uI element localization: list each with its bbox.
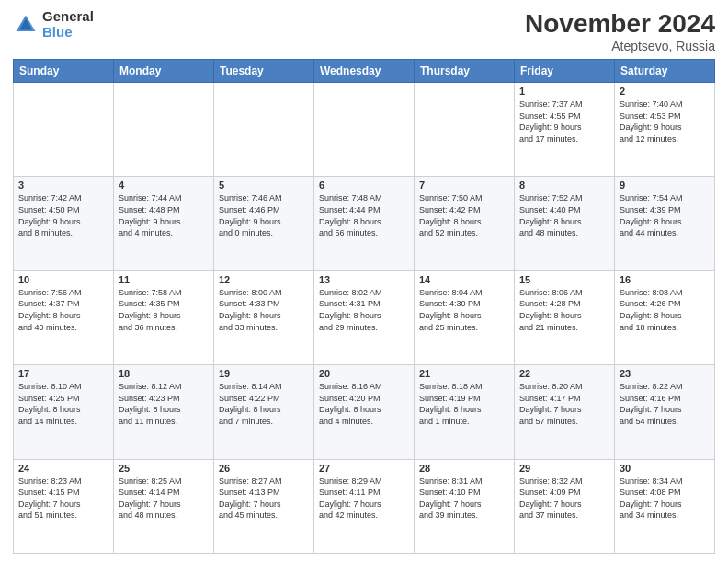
day-info: Sunrise: 8:14 AM Sunset: 4:22 PM Dayligh… <box>219 381 309 427</box>
top-section: General Blue November 2024 Ateptsevo, Ru… <box>13 9 715 53</box>
calendar-cell: 22Sunrise: 8:20 AM Sunset: 4:17 PM Dayli… <box>515 365 615 459</box>
calendar-cell: 23Sunrise: 8:22 AM Sunset: 4:16 PM Dayli… <box>615 365 715 459</box>
page: General Blue November 2024 Ateptsevo, Ru… <box>0 0 728 563</box>
header-saturday: Saturday <box>615 60 715 83</box>
day-info: Sunrise: 7:44 AM Sunset: 4:48 PM Dayligh… <box>119 192 209 238</box>
day-number: 27 <box>319 463 409 474</box>
calendar-cell: 6Sunrise: 7:48 AM Sunset: 4:44 PM Daylig… <box>314 177 415 270</box>
calendar-cell: 15Sunrise: 8:06 AM Sunset: 4:28 PM Dayli… <box>515 270 615 364</box>
day-number: 6 <box>319 179 409 190</box>
calendar-cell <box>14 83 114 177</box>
day-info: Sunrise: 8:12 AM Sunset: 4:23 PM Dayligh… <box>119 381 209 427</box>
calendar-row-2: 10Sunrise: 7:56 AM Sunset: 4:37 PM Dayli… <box>14 270 715 364</box>
day-number: 16 <box>620 274 710 285</box>
location: Ateptsevo, Russia <box>525 39 715 53</box>
day-number: 2 <box>620 86 710 97</box>
day-number: 14 <box>419 274 509 285</box>
logo-line2: Blue <box>42 25 94 40</box>
day-info: Sunrise: 8:08 AM Sunset: 4:26 PM Dayligh… <box>620 287 710 333</box>
day-number: 23 <box>620 368 710 379</box>
day-number: 12 <box>219 274 309 285</box>
calendar-cell: 17Sunrise: 8:10 AM Sunset: 4:25 PM Dayli… <box>14 365 114 459</box>
header-row: SundayMondayTuesdayWednesdayThursdayFrid… <box>14 60 715 83</box>
logo: General Blue <box>13 9 94 40</box>
day-number: 11 <box>119 274 209 285</box>
day-info: Sunrise: 8:04 AM Sunset: 4:30 PM Dayligh… <box>419 287 509 333</box>
calendar-cell: 26Sunrise: 8:27 AM Sunset: 4:13 PM Dayli… <box>214 459 314 553</box>
calendar-cell: 20Sunrise: 8:16 AM Sunset: 4:20 PM Dayli… <box>314 365 415 459</box>
day-info: Sunrise: 7:46 AM Sunset: 4:46 PM Dayligh… <box>219 192 309 238</box>
calendar-cell: 28Sunrise: 8:31 AM Sunset: 4:10 PM Dayli… <box>415 459 515 553</box>
header-thursday: Thursday <box>415 60 515 83</box>
day-number: 25 <box>119 463 209 474</box>
day-info: Sunrise: 7:50 AM Sunset: 4:42 PM Dayligh… <box>419 192 509 238</box>
calendar-cell <box>415 83 515 177</box>
day-number: 5 <box>219 179 309 190</box>
calendar-cell: 11Sunrise: 7:58 AM Sunset: 4:35 PM Dayli… <box>114 270 214 364</box>
calendar-cell: 2Sunrise: 7:40 AM Sunset: 4:53 PM Daylig… <box>615 83 715 177</box>
calendar-cell: 27Sunrise: 8:29 AM Sunset: 4:11 PM Dayli… <box>314 459 415 553</box>
day-info: Sunrise: 7:48 AM Sunset: 4:44 PM Dayligh… <box>319 192 409 238</box>
calendar-cell: 19Sunrise: 8:14 AM Sunset: 4:22 PM Dayli… <box>214 365 314 459</box>
calendar-cell: 8Sunrise: 7:52 AM Sunset: 4:40 PM Daylig… <box>515 177 615 270</box>
day-number: 1 <box>519 86 609 97</box>
day-number: 28 <box>419 463 509 474</box>
calendar-row-1: 3Sunrise: 7:42 AM Sunset: 4:50 PM Daylig… <box>14 177 715 270</box>
day-info: Sunrise: 8:25 AM Sunset: 4:14 PM Dayligh… <box>119 476 209 522</box>
day-info: Sunrise: 8:18 AM Sunset: 4:19 PM Dayligh… <box>419 381 509 427</box>
day-number: 29 <box>519 463 609 474</box>
calendar-cell: 14Sunrise: 8:04 AM Sunset: 4:30 PM Dayli… <box>415 270 515 364</box>
calendar-cell: 12Sunrise: 8:00 AM Sunset: 4:33 PM Dayli… <box>214 270 314 364</box>
day-info: Sunrise: 7:37 AM Sunset: 4:55 PM Dayligh… <box>519 98 609 144</box>
calendar-cell <box>114 83 214 177</box>
calendar-table: SundayMondayTuesdayWednesdayThursdayFrid… <box>13 59 715 554</box>
day-info: Sunrise: 8:32 AM Sunset: 4:09 PM Dayligh… <box>519 476 609 522</box>
day-number: 18 <box>119 368 209 379</box>
day-number: 10 <box>18 274 108 285</box>
day-info: Sunrise: 8:20 AM Sunset: 4:17 PM Dayligh… <box>519 381 609 427</box>
calendar-cell: 29Sunrise: 8:32 AM Sunset: 4:09 PM Dayli… <box>515 459 615 553</box>
day-info: Sunrise: 8:34 AM Sunset: 4:08 PM Dayligh… <box>620 476 710 522</box>
day-number: 15 <box>519 274 609 285</box>
day-number: 24 <box>18 463 108 474</box>
day-info: Sunrise: 8:02 AM Sunset: 4:31 PM Dayligh… <box>319 287 409 333</box>
calendar-cell <box>214 83 314 177</box>
calendar-cell: 16Sunrise: 8:08 AM Sunset: 4:26 PM Dayli… <box>615 270 715 364</box>
calendar-cell: 4Sunrise: 7:44 AM Sunset: 4:48 PM Daylig… <box>114 177 214 270</box>
calendar-cell: 3Sunrise: 7:42 AM Sunset: 4:50 PM Daylig… <box>14 177 114 270</box>
day-number: 22 <box>519 368 609 379</box>
day-info: Sunrise: 7:58 AM Sunset: 4:35 PM Dayligh… <box>119 287 209 333</box>
title-section: November 2024 Ateptsevo, Russia <box>525 9 715 53</box>
calendar-cell: 7Sunrise: 7:50 AM Sunset: 4:42 PM Daylig… <box>415 177 515 270</box>
header-sunday: Sunday <box>14 60 114 83</box>
day-number: 7 <box>419 179 509 190</box>
calendar-cell: 5Sunrise: 7:46 AM Sunset: 4:46 PM Daylig… <box>214 177 314 270</box>
header-tuesday: Tuesday <box>214 60 314 83</box>
calendar-cell: 24Sunrise: 8:23 AM Sunset: 4:15 PM Dayli… <box>14 459 114 553</box>
day-number: 26 <box>219 463 309 474</box>
day-info: Sunrise: 8:06 AM Sunset: 4:28 PM Dayligh… <box>519 287 609 333</box>
day-info: Sunrise: 7:42 AM Sunset: 4:50 PM Dayligh… <box>18 192 108 238</box>
logo-line1: General <box>42 9 94 25</box>
day-info: Sunrise: 8:31 AM Sunset: 4:10 PM Dayligh… <box>419 476 509 522</box>
calendar-cell: 21Sunrise: 8:18 AM Sunset: 4:19 PM Dayli… <box>415 365 515 459</box>
calendar-cell: 10Sunrise: 7:56 AM Sunset: 4:37 PM Dayli… <box>14 270 114 364</box>
day-number: 4 <box>119 179 209 190</box>
day-info: Sunrise: 7:52 AM Sunset: 4:40 PM Dayligh… <box>519 192 609 238</box>
day-info: Sunrise: 8:00 AM Sunset: 4:33 PM Dayligh… <box>219 287 309 333</box>
day-info: Sunrise: 7:56 AM Sunset: 4:37 PM Dayligh… <box>18 287 108 333</box>
day-info: Sunrise: 8:10 AM Sunset: 4:25 PM Dayligh… <box>18 381 108 427</box>
header-wednesday: Wednesday <box>314 60 415 83</box>
calendar-row-3: 17Sunrise: 8:10 AM Sunset: 4:25 PM Dayli… <box>14 365 715 459</box>
calendar-row-0: 1Sunrise: 7:37 AM Sunset: 4:55 PM Daylig… <box>14 83 715 177</box>
calendar-cell: 1Sunrise: 7:37 AM Sunset: 4:55 PM Daylig… <box>515 83 615 177</box>
day-info: Sunrise: 8:29 AM Sunset: 4:11 PM Dayligh… <box>319 476 409 522</box>
calendar-cell: 30Sunrise: 8:34 AM Sunset: 4:08 PM Dayli… <box>615 459 715 553</box>
header-friday: Friday <box>515 60 615 83</box>
calendar-cell: 18Sunrise: 8:12 AM Sunset: 4:23 PM Dayli… <box>114 365 214 459</box>
day-number: 21 <box>419 368 509 379</box>
day-info: Sunrise: 7:40 AM Sunset: 4:53 PM Dayligh… <box>620 98 710 144</box>
calendar-cell: 13Sunrise: 8:02 AM Sunset: 4:31 PM Dayli… <box>314 270 415 364</box>
day-number: 13 <box>319 274 409 285</box>
calendar-cell <box>314 83 415 177</box>
